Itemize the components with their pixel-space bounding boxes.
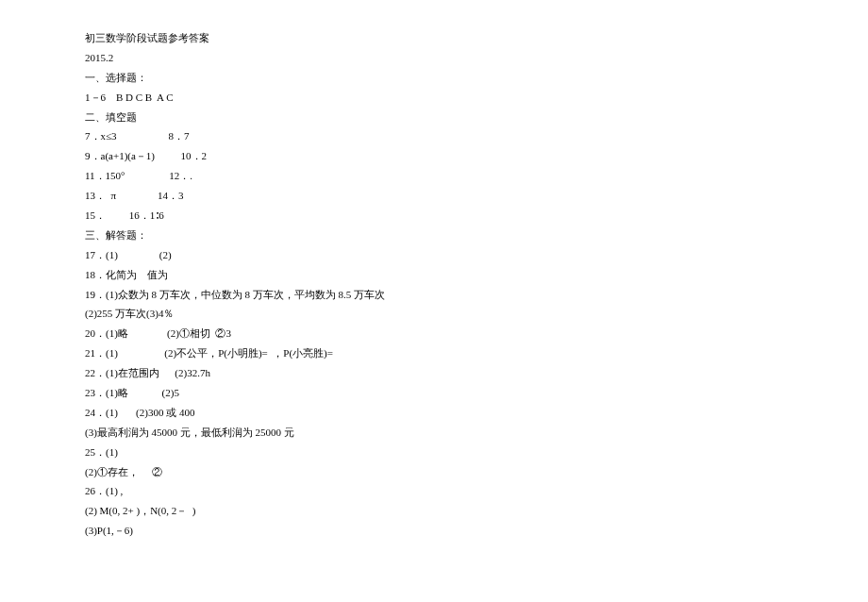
document-content: 初三数学阶段试题参考答案 2015.2 一、选择题： 1－6 B D C B A…: [85, 28, 868, 541]
section-2-header: 二、填空题: [85, 108, 868, 127]
answer-line: (3)最高利润为 45000 元，最低利润为 25000 元: [85, 423, 868, 443]
answer-line: 13． π 14．3: [85, 186, 868, 206]
answer-line: 1－6 B D C B A C: [85, 88, 868, 108]
answer-line: 20．(1)略 (2)①相切 ②3: [85, 324, 868, 343]
answer-line: 25．(1): [85, 443, 868, 462]
answer-line: 23．(1)略 (2)5: [85, 383, 868, 403]
title-line: 初三数学阶段试题参考答案: [85, 28, 868, 48]
section-1-header: 一、选择题：: [85, 68, 868, 88]
answer-line: 22．(1)在范围内 (2)32.7h: [85, 363, 868, 383]
answer-line: 21．(1) (2)不公平，P(小明胜)= ，P(小亮胜)=: [85, 343, 868, 363]
answer-line: 19．(1)众数为 8 万车次，中位数为 8 万车次，平均数为 8.5 万车次: [85, 285, 868, 305]
answer-line: 9．a(a+1)(a－1) 10．2: [85, 146, 868, 166]
answer-line: (2)255 万车次(3)4％: [85, 304, 868, 324]
answer-line: 11．150° 12．.: [85, 166, 868, 186]
answer-line: (3)P(1,－6): [85, 521, 868, 541]
answer-line: 26．(1) ,: [85, 481, 868, 501]
date-line: 2015.2: [85, 48, 868, 68]
answer-line: 18．化简为 值为: [85, 265, 868, 285]
answer-line: (2) M(0, 2+ )，N(0, 2－ ): [85, 501, 868, 521]
answer-line: 15． 16．1∶6: [85, 206, 868, 226]
answer-line: (2)①存在， ②: [85, 462, 868, 482]
answer-line: 24．(1) (2)300 或 400: [85, 403, 868, 423]
answer-line: 17．(1) (2): [85, 245, 868, 265]
answer-line: 7．x≤3 8．7: [85, 126, 868, 146]
section-3-header: 三、解答题：: [85, 226, 868, 245]
